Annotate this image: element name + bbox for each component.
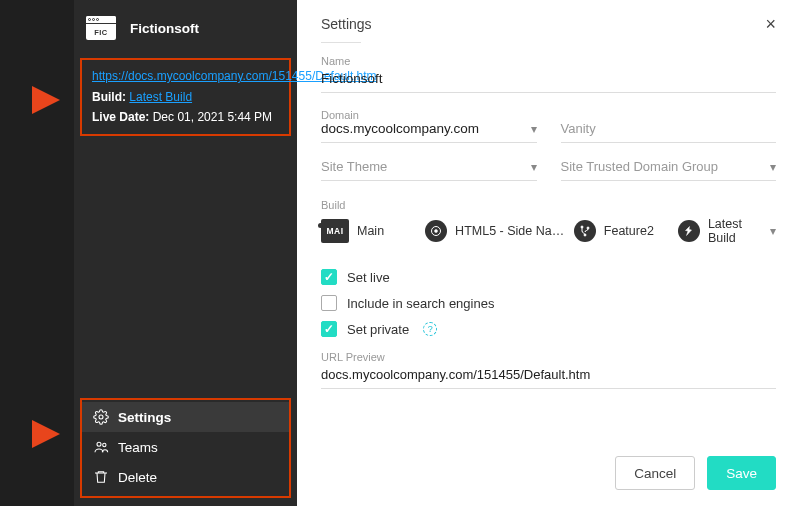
settings-panel: Settings × Name Fictionsoft Domain docs.… [297, 0, 800, 506]
build-item-latest[interactable]: Latest Build ▾ [678, 217, 776, 245]
include-search-label: Include in search engines [347, 296, 494, 311]
chevron-down-icon: ▾ [531, 160, 537, 174]
trash-icon [92, 468, 110, 486]
nav-label: Teams [118, 440, 158, 455]
vanity-label [561, 109, 777, 121]
url-preview-value: docs.mycoolcompany.com/151455/Default.ht… [321, 363, 776, 389]
site-url-link[interactable]: https://docs.mycoolcompany.com/151455/De… [92, 68, 279, 84]
svg-point-1 [97, 442, 101, 446]
live-date-label: Live Date: [92, 110, 149, 124]
build-section-label: Build [321, 199, 776, 211]
chevron-down-icon: ▾ [531, 122, 537, 136]
set-live-label: Set live [347, 270, 390, 285]
app-header: FIC Fictionsoft [74, 0, 297, 56]
name-input[interactable]: Fictionsoft [321, 67, 776, 93]
set-private-checkbox[interactable] [321, 321, 337, 337]
set-private-label: Set private [347, 322, 409, 337]
branch-icon [574, 220, 596, 242]
nav-item-delete[interactable]: Delete [82, 462, 289, 492]
save-button[interactable]: Save [707, 456, 776, 490]
gear-icon [92, 408, 110, 426]
nav-label: Settings [118, 410, 171, 425]
chevron-down-icon: ▾ [770, 160, 776, 174]
trusted-domain-select[interactable]: Site Trusted Domain Group ▾ [561, 159, 777, 181]
domain-label: Domain [321, 109, 537, 121]
project-icon: MAI [321, 219, 349, 243]
nav-item-teams[interactable]: Teams [82, 432, 289, 462]
svg-point-6 [584, 234, 586, 236]
svg-point-5 [581, 226, 583, 228]
sidebar: FIC Fictionsoft https://docs.mycoolcompa… [0, 0, 297, 506]
target-icon [425, 220, 447, 242]
nav-box: Settings Teams Delete [80, 398, 291, 498]
include-search-checkbox[interactable] [321, 295, 337, 311]
url-preview-label: URL Preview [321, 351, 776, 363]
set-live-checkbox[interactable] [321, 269, 337, 285]
nav-item-settings[interactable]: Settings [82, 402, 289, 432]
name-label: Name [321, 55, 776, 67]
app-title: Fictionsoft [130, 21, 199, 36]
teams-icon [92, 438, 110, 456]
build-link[interactable]: Latest Build [129, 90, 192, 104]
build-label: Build: [92, 90, 126, 104]
svg-point-7 [587, 227, 589, 229]
help-icon[interactable]: ? [423, 322, 437, 336]
pointer-arrow-icon [32, 420, 60, 448]
svg-point-2 [103, 443, 106, 446]
domain-select[interactable]: docs.mycoolcompany.com ▾ [321, 121, 537, 143]
svg-point-0 [99, 415, 103, 419]
build-item-target[interactable]: HTML5 - Side Navig... [425, 220, 568, 242]
chevron-down-icon: ▾ [770, 224, 776, 238]
svg-point-4 [435, 230, 438, 233]
vanity-input[interactable]: Vanity [561, 121, 777, 143]
build-icon [678, 220, 700, 242]
close-icon[interactable]: × [765, 14, 776, 35]
build-item-branch[interactable]: Feature2 [574, 220, 672, 242]
site-info-box: https://docs.mycoolcompany.com/151455/De… [80, 58, 291, 136]
app-icon: FIC [86, 16, 116, 40]
divider [321, 42, 361, 43]
site-theme-select[interactable]: Site Theme ▾ [321, 159, 537, 181]
panel-title: Settings [321, 16, 372, 32]
build-item-main[interactable]: MAI Main [321, 219, 419, 243]
live-date-value: Dec 01, 2021 5:44 PM [153, 110, 272, 124]
nav-label: Delete [118, 470, 157, 485]
cancel-button[interactable]: Cancel [615, 456, 695, 490]
pointer-arrow-icon [32, 86, 60, 114]
